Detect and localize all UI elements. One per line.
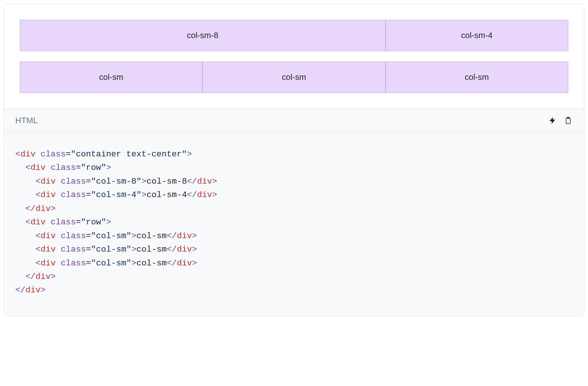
- grid-col: col-sm-4: [386, 20, 568, 51]
- preview-panel: col-sm-8 col-sm-4 col-sm col-sm col-sm: [4, 4, 584, 109]
- lightning-icon[interactable]: [548, 116, 557, 125]
- grid-col: col-sm: [20, 62, 202, 93]
- language-label: HTML: [15, 116, 38, 125]
- code-toolbar: HTML: [4, 109, 584, 133]
- grid-col: col-sm: [202, 62, 385, 93]
- clipboard-icon[interactable]: [564, 116, 573, 125]
- grid-col: col-sm-8: [20, 20, 386, 51]
- toolbar-icons: [548, 116, 573, 125]
- code-block: <div class="container text-center"> <div…: [15, 147, 573, 297]
- code-panel: <div class="container text-center"> <div…: [4, 133, 584, 316]
- grid-row: col-sm col-sm col-sm: [20, 62, 568, 93]
- grid-col: col-sm: [386, 62, 568, 93]
- grid-row: col-sm-8 col-sm-4: [20, 20, 568, 51]
- example-card: col-sm-8 col-sm-4 col-sm col-sm col-sm H…: [4, 4, 584, 316]
